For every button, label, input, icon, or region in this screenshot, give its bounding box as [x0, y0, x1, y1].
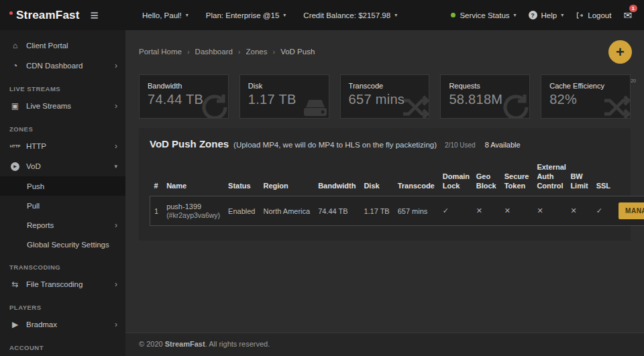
sidebar-item-cdn-dashboard[interactable]: ◔ CDN Dashboard ›	[0, 56, 125, 76]
breadcrumb-dashboard[interactable]: Dashboard	[195, 48, 233, 56]
breadcrumb-zones[interactable]: Zones	[246, 48, 268, 56]
stat-value: 657 mins	[349, 92, 421, 107]
col-secure-token: Secure Token	[500, 160, 533, 196]
home-icon: ⌂	[9, 42, 21, 50]
caret-down-icon: ▾	[186, 12, 189, 18]
stat-card-bandwidth: Bandwidth 74.44 TB	[139, 74, 229, 119]
messages-button[interactable]: ✉ 1	[623, 9, 632, 21]
sidebar-item-live-streams[interactable]: ▣ Live Streams ›	[0, 96, 125, 116]
zone-table-row: 1 push-1399 (#kr2ayp3va6wy) Enabled Nort…	[150, 196, 644, 226]
domain-lock-check-icon: ✓	[443, 206, 449, 215]
col-status: Status	[224, 160, 259, 196]
stat-value: 82%	[549, 92, 622, 107]
copyright-brand: StreamFast	[165, 340, 205, 348]
zones-available-label: 8 Available	[485, 141, 521, 149]
brand-area: StreamFast ≡	[0, 8, 127, 22]
sidebar: ⌂ Client Portal ◔ CDN Dashboard › LIVE S…	[0, 30, 125, 356]
sidebar-subitem-label: Pull	[27, 202, 40, 210]
col-domain-lock: Domain Lock	[439, 160, 472, 196]
sidebar-section-transcoding: TRANSCODING	[0, 254, 125, 274]
sidebar-subitem-label: Reports	[27, 221, 54, 229]
col-disk: Disk	[360, 160, 393, 196]
panel-title: VoD Push Zones	[150, 138, 229, 150]
chevron-right-icon: ›	[115, 221, 117, 230]
sidebar-item-vod[interactable]: ▶ VoD ▾	[0, 156, 125, 176]
footer: © 2020 StreamFast. All rights reserved.	[125, 333, 644, 356]
copyright-prefix: © 2020	[139, 340, 165, 348]
sidebar-item-vod-reports[interactable]: Reports ›	[0, 215, 125, 235]
sidebar-section-account: ACCOUNT	[0, 335, 125, 355]
sidebar-item-vod-push[interactable]: Push	[0, 176, 125, 196]
credit-balance-menu[interactable]: Credit Balance: $2157.98 ▾	[303, 11, 397, 19]
top-bar-right: Service Status ▾ ? Help ▾ Logout ✉ 1	[451, 9, 644, 21]
col-bandwidth: Bandwidth	[314, 160, 360, 196]
logout-button[interactable]: Logout	[576, 11, 611, 19]
sidebar-section-zones: ZONES	[0, 116, 125, 136]
help-icon: ?	[529, 11, 537, 19]
sidebar-item-http[interactable]: HTTP HTTP ›	[0, 136, 125, 156]
breadcrumb-portal-home[interactable]: Portal Home	[139, 48, 182, 56]
chevron-right-icon: ›	[115, 61, 117, 70]
player-icon: ▶	[9, 320, 21, 329]
panel-subtitle: (Upload MP4, we will do MP4 to HLS on th…	[233, 141, 437, 149]
manage-button[interactable]: MANAGE ▾	[619, 202, 644, 219]
zone-transcode: 657 mins	[394, 196, 439, 226]
breadcrumb-separator-icon: ›	[238, 48, 241, 56]
sidebar-subitem-label: Push	[27, 182, 44, 190]
col-geo-block: Geo Block	[472, 160, 500, 196]
chevron-right-icon: ›	[115, 141, 117, 151]
zone-region: North America	[259, 196, 314, 226]
stat-value: 58.818M	[449, 92, 521, 107]
sidebar-item-bradmax[interactable]: ▶ Bradmax ›	[0, 314, 125, 335]
zone-name: push-1399	[166, 202, 220, 211]
sidebar-item-client-portal[interactable]: ⌂ Client Portal	[0, 36, 125, 56]
chevron-right-icon: ›	[115, 101, 117, 111]
plan-label: Plan: Enterprise @15	[206, 11, 279, 19]
top-nav: Hello, Paul! ▾ Plan: Enterprise @15 ▾ Cr…	[142, 11, 397, 19]
top-bar: StreamFast ≡ Hello, Paul! ▾ Plan: Enterp…	[0, 0, 644, 30]
zone-name-cell: push-1399 (#kr2ayp3va6wy)	[162, 196, 224, 226]
col-ssl: SSL	[592, 160, 614, 196]
help-menu[interactable]: ? Help ▾	[529, 11, 564, 19]
stat-label: Transcode	[349, 82, 421, 90]
add-zone-button[interactable]: +	[608, 40, 632, 64]
brand-dot-icon	[9, 11, 13, 15]
user-greeting-menu[interactable]: Hello, Paul! ▾	[142, 11, 189, 19]
http-icon: HTTP	[9, 144, 21, 148]
logout-icon	[576, 11, 584, 19]
stat-card-requests: Requests 58.818M	[440, 74, 530, 119]
brand-logo[interactable]: StreamFast	[16, 9, 80, 22]
logout-label: Logout	[588, 11, 611, 19]
zones-table: # Name Status Region Bandwidth Disk Tran…	[150, 160, 644, 226]
play-circle-icon: ▶	[11, 162, 19, 171]
caret-down-icon: ▾	[394, 12, 397, 18]
sidebar-item-file-transcoding[interactable]: ⇆ File Transcoding ›	[0, 274, 125, 294]
col-region: Region	[259, 160, 314, 196]
plan-menu[interactable]: Plan: Enterprise @15 ▾	[206, 11, 286, 19]
zone-actions-cell: MANAGE ▾	[614, 196, 644, 226]
col-bw-limit: BW Limit	[566, 160, 592, 196]
chevron-right-icon: ›	[115, 280, 117, 289]
col-actions	[614, 160, 644, 196]
streamfast-app: StreamFast ≡ Hello, Paul! ▾ Plan: Enterp…	[0, 0, 644, 356]
stat-label: Bandwidth	[148, 82, 220, 90]
sidebar-item-label: HTTP	[26, 142, 46, 150]
hamburger-menu-icon[interactable]: ≡	[91, 8, 99, 22]
service-status-menu[interactable]: Service Status ▾	[451, 11, 516, 19]
sidebar-item-global-security-settings[interactable]: Global Security Settings	[0, 235, 125, 254]
breadcrumb-separator-icon: ›	[187, 48, 190, 56]
sidebar-item-label: Client Portal	[26, 42, 68, 50]
sidebar-item-vod-pull[interactable]: Pull	[0, 196, 125, 215]
sidebar-section-players: PLAYERS	[0, 294, 125, 314]
vod-push-zones-panel: VoD Push Zones (Upload MP4, we will do M…	[139, 128, 631, 241]
col-num: #	[150, 160, 163, 196]
sidebar-subitem-label: Global Security Settings	[27, 241, 109, 249]
caret-down-icon: ▾	[514, 12, 517, 18]
chevron-right-icon: ›	[115, 320, 117, 329]
zone-num: 1	[150, 196, 163, 226]
stat-card-cache-efficiency: Cache Efficiency 82%	[541, 74, 631, 119]
chevron-down-icon: ▾	[114, 163, 117, 170]
stat-label: Requests	[449, 82, 521, 90]
user-greeting-label: Hello, Paul!	[142, 11, 182, 19]
sidebar-item-label: Bradmax	[26, 320, 57, 329]
